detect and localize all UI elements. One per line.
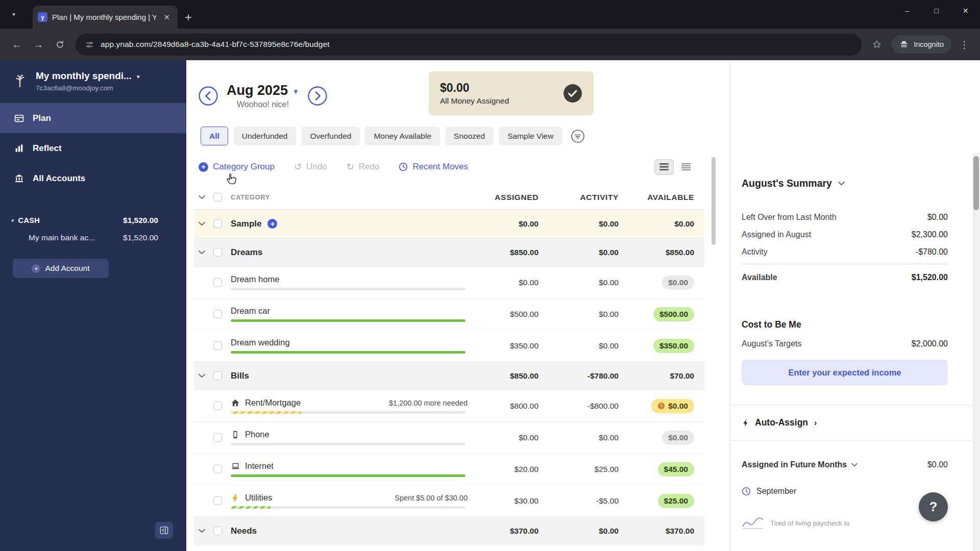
account-row[interactable]: My main bank ac... $1,520.00 (0, 228, 186, 247)
row-name[interactable]: Sample (231, 219, 261, 229)
column-activity[interactable]: ACTIVITY (544, 193, 624, 202)
back-button[interactable]: ← (6, 34, 28, 55)
sidebar-item-plan[interactable]: Plan (0, 103, 186, 133)
activity-value[interactable]: -$5.00 (544, 496, 624, 506)
close-button[interactable]: ✕ (951, 0, 980, 21)
category-group-row[interactable]: Dreams $850.00 $0.00 $850.00 (194, 238, 704, 267)
category-group-row[interactable]: Sample + $0.00 $0.00 $0.00 (194, 210, 704, 238)
available-pill[interactable]: $0.00 (662, 431, 694, 445)
row-name[interactable]: Dream car (231, 306, 270, 316)
budget-switcher[interactable]: My monthly spendi... ▾ 7c3ac6a8@moodjoy.… (0, 60, 186, 92)
available-value[interactable]: $370.00 (624, 527, 704, 536)
minimize-button[interactable]: – (893, 0, 922, 21)
group-chevron-icon[interactable] (194, 221, 209, 226)
filter-snoozed[interactable]: Snoozed (445, 127, 494, 145)
category-row[interactable]: Dream home $0.00 $0.00 $0.00 (194, 267, 704, 298)
activity-value[interactable]: $25.00 (544, 465, 624, 474)
tab-close-icon[interactable]: ✕ (161, 12, 173, 23)
row-checkbox[interactable] (213, 496, 222, 505)
row-checkbox[interactable] (213, 465, 222, 473)
row-checkbox[interactable] (213, 402, 222, 410)
help-button[interactable]: ? (919, 492, 948, 521)
scrollbar-track[interactable] (972, 153, 980, 551)
new-tab-button[interactable]: + (185, 11, 192, 23)
assigned-value[interactable]: $500.00 (475, 310, 544, 319)
incognito-badge[interactable]: Incognito (891, 35, 951, 54)
activity-value[interactable]: $0.00 (544, 310, 624, 319)
available-pill[interactable]: $45.00 (658, 462, 694, 477)
add-category-group-button[interactable]: + Category Group (199, 162, 275, 172)
assigned-value[interactable]: $20.00 (475, 465, 544, 474)
forward-button[interactable]: → (28, 34, 49, 55)
add-category-icon[interactable]: + (267, 219, 277, 229)
assigned-value[interactable]: $0.00 (475, 219, 544, 229)
available-value[interactable]: $850.00 (624, 248, 704, 257)
filter-money-available[interactable]: Money Available (365, 127, 440, 145)
row-name[interactable]: Rent/Mortgage (245, 398, 301, 408)
row-checkbox[interactable] (213, 219, 222, 228)
row-name[interactable]: Needs (231, 526, 257, 536)
tab-search-icon[interactable]: ▾ (7, 8, 20, 21)
category-row[interactable]: Phone $0.00 $0.00 $0.00 (194, 422, 704, 454)
activity-value[interactable]: $0.00 (544, 219, 624, 229)
category-row[interactable]: Utilities Spent $5.00 of $30.00 $30.00 -… (194, 485, 704, 517)
category-group-row[interactable]: Bills $850.00 -$780.00 $70.00 (194, 362, 704, 390)
assigned-value[interactable]: $850.00 (475, 248, 544, 257)
auto-assign-button[interactable]: Auto-Assign › (742, 405, 948, 440)
filter-options-icon[interactable] (570, 129, 585, 144)
available-pill[interactable]: $0.00 (651, 399, 694, 413)
available-value[interactable]: $0.00 (624, 219, 704, 229)
window-scrollbar[interactable] (972, 60, 980, 551)
row-name[interactable]: Dream home (231, 274, 279, 284)
activity-value[interactable]: $0.00 (544, 341, 624, 350)
available-pill[interactable]: $350.00 (653, 339, 694, 353)
sidebar-item-all-accounts[interactable]: All Accounts (0, 163, 186, 193)
row-name[interactable]: Bills (231, 371, 249, 381)
activity-value[interactable]: -$800.00 (544, 402, 624, 411)
group-chevron-icon[interactable] (194, 373, 209, 378)
view-compact-button[interactable] (676, 159, 696, 175)
row-checkbox[interactable] (213, 278, 222, 287)
activity-value[interactable]: $0.00 (544, 278, 624, 287)
future-month-row[interactable]: September (742, 487, 948, 496)
row-checkbox[interactable] (213, 310, 222, 318)
future-months-header[interactable]: Assigned in Future Months $0.00 (742, 441, 948, 469)
assigned-value[interactable]: $850.00 (475, 371, 544, 381)
bookmark-star-icon[interactable] (867, 34, 887, 55)
activity-value[interactable]: $0.00 (544, 433, 624, 442)
cash-group-row[interactable]: ▾ CASH $1,520.00 (0, 213, 186, 228)
row-checkbox[interactable] (213, 341, 222, 350)
expected-income-button[interactable]: Enter your expected income (742, 360, 948, 385)
group-chevron-icon[interactable] (194, 529, 209, 533)
reload-button[interactable] (49, 34, 70, 55)
undo-button[interactable]: ↺ Undo (294, 161, 327, 172)
previous-month-button[interactable] (198, 86, 218, 106)
row-checkbox[interactable] (213, 433, 222, 442)
available-pill[interactable]: $25.00 (658, 494, 694, 508)
browser-tab[interactable]: y Plan | My monthly spending | Y ✕ (33, 6, 178, 29)
category-row[interactable]: Dream car $500.00 $0.00 $500.00 (194, 298, 704, 330)
add-account-button[interactable]: + Add Account (13, 259, 109, 278)
assigned-value[interactable]: $800.00 (475, 402, 544, 411)
row-name[interactable]: Dreams (231, 247, 262, 258)
redo-button[interactable]: ↻ Redo (347, 161, 380, 172)
column-assigned[interactable]: ASSIGNED (475, 193, 544, 202)
row-name[interactable]: Internet (245, 461, 274, 471)
row-name[interactable]: Phone (245, 430, 270, 439)
assigned-value[interactable]: $350.00 (475, 341, 544, 350)
address-bar[interactable]: app.ynab.com/2849d6a8-ca3b-4a41-bf7c-537… (76, 34, 862, 56)
recent-moves-button[interactable]: Recent Moves (399, 162, 468, 172)
group-chevron-icon[interactable] (194, 250, 209, 255)
panel-scrollbar-thumb[interactable] (973, 156, 979, 210)
assigned-value[interactable]: $30.00 (475, 496, 544, 506)
row-checkbox[interactable] (213, 248, 222, 257)
month-selector[interactable]: Aug 2025 ▼ (227, 83, 299, 98)
row-checkbox[interactable] (213, 527, 222, 535)
row-checkbox[interactable] (213, 371, 222, 380)
browser-menu-icon[interactable]: ⋮ (955, 39, 974, 51)
activity-value[interactable]: -$780.00 (544, 371, 624, 381)
available-pill[interactable]: $500.00 (653, 307, 694, 321)
available-pill[interactable]: $0.00 (662, 276, 694, 290)
sidebar-item-reflect[interactable]: Reflect (0, 133, 186, 163)
column-available[interactable]: AVAILABLE (624, 193, 704, 202)
